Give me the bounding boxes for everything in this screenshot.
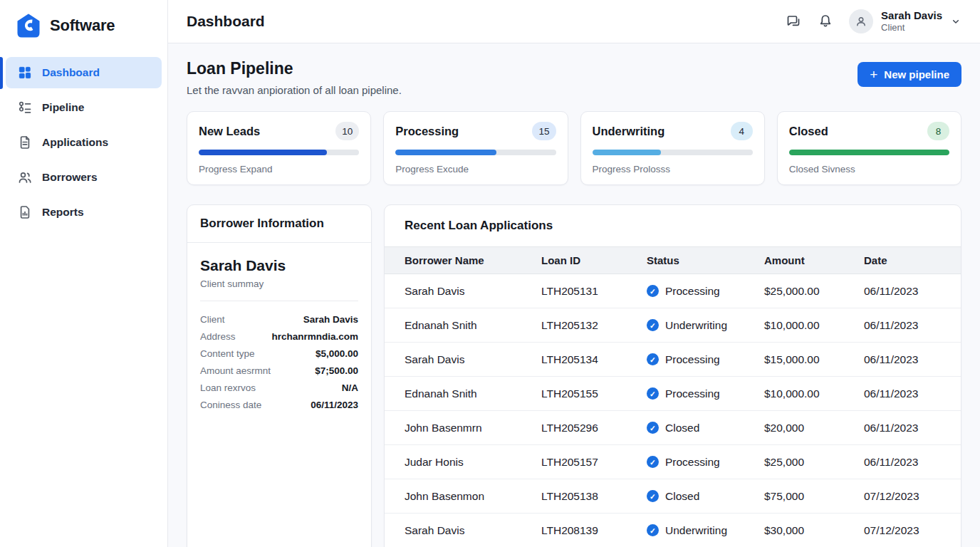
table-row[interactable]: John Basenmon LTH205138 ✓ Closed $75,000… (385, 479, 961, 514)
status-cell: ✓ Closed (647, 422, 764, 434)
card-underwriting[interactable]: Underwriting 4 Progress Prolosss (580, 111, 765, 185)
status-cell: ✓ Processing (647, 456, 764, 469)
active-indicator-bar (0, 57, 3, 89)
borrower-name-cell: Ednanah Snith (405, 319, 541, 332)
borrower-name-cell: John Basenmrn (405, 422, 541, 434)
sidebar-item-label: Pipeline (42, 101, 84, 114)
progress-fill (199, 150, 327, 155)
pipeline-cards: New Leads 10 Progress Expand Processing … (187, 111, 961, 185)
report-chart-icon (18, 205, 32, 219)
section-title: Loan Pipeline (187, 59, 402, 78)
detail-row: Client Sarah Davis (200, 311, 358, 328)
date-cell: 07/12/2023 (864, 524, 961, 537)
status-check-icon: ✓ (647, 422, 659, 434)
user-info: Sarah Davis Client (881, 9, 942, 34)
people-icon (18, 170, 32, 184)
detail-value: hrchanrmndia.com (271, 331, 358, 342)
section-head: Loan Pipeline Let the ravvan anpioration… (187, 59, 961, 96)
col-loan-id: Loan ID (541, 254, 647, 266)
borrower-subtitle: Client summay (200, 278, 358, 289)
amount-cell: $15,000.00 (764, 353, 864, 366)
sidebar-item-borrowers[interactable]: Borrowers (6, 162, 162, 193)
card-processing[interactable]: Processing 15 Progress Excude (383, 111, 568, 185)
loan-id-cell: LTH205134 (541, 353, 647, 366)
card-title: Closed (789, 125, 828, 138)
status-check-icon: ✓ (647, 387, 659, 400)
table-row[interactable]: Sarah Davis LTH205131 ✓ Processing $25,0… (385, 274, 961, 308)
borrower-name-cell: John Basenmon (405, 490, 541, 503)
user-role: Client (881, 22, 942, 33)
detail-label: Content type (200, 348, 255, 359)
sidebar-item-applications[interactable]: Applications (6, 127, 162, 158)
date-cell: 06/11/2023 (864, 456, 961, 469)
date-cell: 06/11/2023 (864, 422, 961, 434)
table-row[interactable]: Sarah Davis LTH205134 ✓ Processing $15,0… (385, 343, 961, 377)
user-menu[interactable]: Sarah Davis Client (849, 9, 961, 34)
divider (200, 301, 358, 301)
table-row[interactable]: Ednanah Snith LTH205155 ✓ Processing $10… (385, 377, 961, 411)
borrower-panel: Borrower Information Sarah Davis Client … (187, 204, 372, 547)
borrower-name-cell: Judar Honis (405, 456, 541, 469)
pipeline-flow-icon (18, 100, 32, 115)
sidebar-nav: Dashboard Pipeline Applications (0, 57, 167, 228)
detail-value: $5,000.00 (316, 348, 358, 359)
card-caption: Progress Prolosss (593, 164, 753, 174)
col-amount: Amount (764, 254, 864, 266)
chat-icon (785, 13, 802, 30)
table-row[interactable]: Sarah Davis LTH208139 ✓ Underwriting $30… (385, 514, 961, 547)
card-title: Processing (395, 125, 459, 138)
table-row[interactable]: Ednanah Snith LTH205132 ✓ Underwriting $… (385, 308, 961, 343)
sidebar-item-label: Applications (42, 136, 108, 149)
borrower-name-cell: Sarah Davis (405, 353, 541, 366)
status-cell: ✓ Processing (647, 353, 764, 366)
status-label: Underwriting (665, 524, 727, 537)
progress-track (395, 150, 556, 155)
chat-button[interactable] (785, 13, 802, 30)
sidebar-item-label: Borrowers (42, 171, 98, 184)
content: Loan Pipeline Let the ravvan anpioration… (168, 43, 980, 547)
detail-value: 06/11/2023 (311, 400, 358, 410)
borrower-name-cell: Sarah Davis (405, 524, 541, 537)
sidebar-item-dashboard[interactable]: Dashboard (6, 57, 162, 88)
borrower-name: Sarah Davis (200, 257, 358, 274)
detail-label: Address (200, 331, 236, 342)
new-pipeline-label: New pipeline (884, 68, 949, 80)
loan-id-cell: LTH205157 (541, 456, 647, 469)
new-pipeline-button[interactable]: + New pipeline (858, 62, 961, 87)
status-cell: ✓ Underwriting (647, 319, 764, 332)
card-new-leads[interactable]: New Leads 10 Progress Expand (187, 111, 371, 185)
card-title: Underwriting (593, 125, 665, 138)
user-name: Sarah Davis (881, 9, 942, 23)
status-label: Processing (665, 285, 720, 298)
borrower-body: Sarah Davis Client summay Client Sarah D… (187, 243, 371, 427)
loan-id-cell: LTH205132 (541, 319, 647, 332)
detail-row: Coniness date 06/11/2023 (200, 396, 358, 413)
sidebar-item-pipeline[interactable]: Pipeline (6, 92, 162, 123)
status-check-icon: ✓ (647, 353, 659, 365)
card-caption: Closed Sivness (789, 164, 949, 174)
notifications-button[interactable] (817, 13, 834, 30)
loan-id-cell: LTH205155 (541, 387, 647, 400)
amount-cell: $10,000.00 (764, 387, 864, 400)
count-badge: 8 (927, 122, 949, 140)
card-closed[interactable]: Closed 8 Closed Sivness (777, 111, 961, 185)
status-label: Processing (665, 353, 720, 366)
section-titles: Loan Pipeline Let the ravvan anpioration… (187, 59, 402, 96)
col-date: Date (864, 254, 961, 266)
status-check-icon: ✓ (647, 490, 659, 502)
sidebar-item-reports[interactable]: Reports (6, 197, 162, 228)
table-row[interactable]: Judar Honis LTH205157 ✓ Processing $25,0… (385, 445, 961, 479)
amount-cell: $25,000.00 (764, 285, 864, 298)
status-label: Closed (665, 490, 699, 503)
plus-icon: + (870, 68, 877, 81)
status-check-icon: ✓ (647, 285, 659, 297)
table-row[interactable]: John Basenmrn LTH205296 ✓ Closed $20,000… (385, 411, 961, 445)
document-icon (18, 135, 32, 150)
detail-label: Amount aesrmnt (200, 365, 271, 376)
progress-fill (395, 150, 496, 155)
sidebar: Software Dashboard Pipeline Applic (0, 0, 168, 547)
sidebar-item-label: Reports (42, 206, 84, 219)
status-check-icon: ✓ (647, 319, 659, 331)
loan-id-cell: LTH205296 (541, 422, 647, 434)
progress-track (199, 150, 359, 155)
